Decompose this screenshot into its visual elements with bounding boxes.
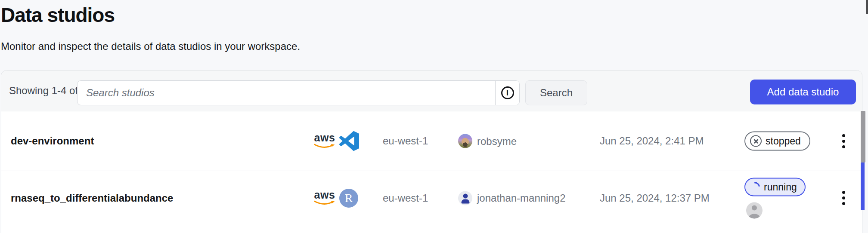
- vscode-icon: [339, 131, 359, 151]
- aws-label: aws: [314, 190, 335, 199]
- session-user-avatar: [746, 202, 763, 218]
- search-button[interactable]: Search: [525, 80, 587, 105]
- search-info-button[interactable]: [495, 81, 519, 105]
- date-label: Jun 25, 2024, 12:37 PM: [600, 192, 710, 204]
- kebab-icon: [842, 140, 845, 143]
- row-menu-cell: [832, 127, 855, 155]
- circle-x-icon: [750, 135, 762, 147]
- user-cell: jonathan-manning2: [458, 191, 566, 205]
- table-scrollbar-accent[interactable]: [861, 162, 865, 210]
- table-row-dev-environment[interactable]: dev-environment aws eu-west-1 robsyme: [1, 111, 862, 171]
- page-scrollbar-thumb[interactable]: [866, 0, 868, 14]
- info-icon: [501, 86, 514, 99]
- row-menu-button[interactable]: [832, 127, 855, 155]
- studio-icons: aws: [314, 131, 359, 151]
- studio-name: dev-environment: [11, 135, 94, 147]
- results-count: Showing 1-4 of 4: [9, 85, 87, 97]
- search-input[interactable]: [78, 81, 495, 105]
- table-scrollbar-thumb[interactable]: [861, 111, 865, 162]
- rstudio-icon: R: [339, 189, 358, 208]
- add-data-studio-button[interactable]: Add data studio: [750, 80, 856, 104]
- user-cell: robsyme: [458, 134, 517, 148]
- status-cell: stopped: [744, 132, 810, 151]
- aws-icon: aws: [314, 133, 335, 148]
- aws-swoosh-icon: [314, 143, 335, 149]
- spinner-icon: [748, 180, 762, 193]
- row-menu-cell: [832, 184, 855, 212]
- page-title: Data studios: [1, 3, 115, 27]
- date-label: Jun 25, 2024, 2:41 PM: [600, 135, 704, 147]
- studio-icons: aws R: [314, 189, 358, 208]
- status-badge: running: [744, 178, 806, 196]
- row-menu-button[interactable]: [832, 184, 855, 212]
- aws-icon: aws: [314, 190, 335, 205]
- user-name: jonathan-manning2: [477, 192, 566, 204]
- user-avatar: [458, 191, 472, 205]
- table-row-partial: [1, 225, 862, 233]
- page-subtitle: Monitor and inspect the details of data …: [1, 40, 300, 52]
- studio-name: rnaseq_to_differentialabundance: [11, 192, 173, 204]
- studios-panel: Showing 1-4 of 4 Search Add data studio …: [1, 70, 862, 233]
- search-group: [77, 80, 520, 105]
- region-label: eu-west-1: [383, 135, 428, 147]
- aws-swoosh-icon: [314, 200, 335, 205]
- kebab-icon: [842, 196, 845, 199]
- status-label: running: [764, 181, 797, 193]
- status-badge: stopped: [744, 132, 810, 151]
- user-name: robsyme: [477, 135, 517, 147]
- user-avatar: [458, 134, 472, 148]
- status-label: stopped: [766, 135, 801, 147]
- aws-label: aws: [314, 133, 335, 142]
- status-cell: running: [744, 178, 806, 218]
- region-label: eu-west-1: [383, 192, 428, 204]
- data-studios-page: Data studios Monitor and inspect the det…: [0, 0, 868, 233]
- table-row-rnaseq[interactable]: rnaseq_to_differentialabundance aws R eu…: [1, 171, 862, 225]
- toolbar: Showing 1-4 of 4 Search Add data studio: [1, 71, 862, 111]
